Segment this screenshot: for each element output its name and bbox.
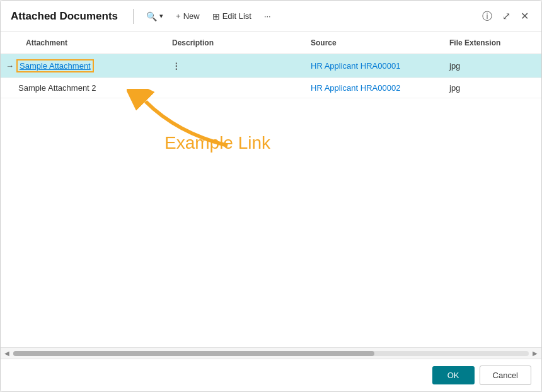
attachment-name: Sample Attachment 2 [18, 83, 96, 93]
new-label: New [183, 11, 200, 21]
dialog-header: Attached Documents 🔍 ▾ + New ⊞ Edit List… [1, 1, 541, 32]
description-cell [164, 78, 303, 98]
expand-button[interactable]: ⤢ [500, 9, 513, 24]
new-button[interactable]: + New [171, 9, 205, 23]
col-description: Description [164, 32, 303, 54]
table-header-row: Attachment Description Source File Exten… [1, 32, 541, 54]
col-source: Source [303, 32, 442, 54]
search-button[interactable]: 🔍 ▾ [141, 9, 168, 24]
edit-list-icon: ⊞ [212, 11, 220, 21]
file-extension-cell: jpg [442, 54, 541, 78]
scrollbar-area[interactable]: ◀ ▶ [1, 347, 541, 359]
more-button[interactable]: ··· [259, 9, 276, 23]
dialog-title: Attached Documents [11, 10, 118, 23]
col-attachment: Attachment [1, 32, 164, 54]
search-icon: 🔍 [146, 11, 157, 21]
attachment-link[interactable]: Sample Attachment [16, 59, 94, 72]
description-cell: ⋮ [164, 54, 303, 78]
dropdown-icon: ▾ [159, 12, 163, 20]
cancel-button[interactable]: Cancel [480, 366, 531, 385]
attached-documents-dialog: Attached Documents 🔍 ▾ + New ⊞ Edit List… [0, 0, 542, 392]
dialog-footer: OK Cancel [1, 359, 541, 391]
source-cell: HR Applicant HRA00001 [303, 54, 442, 78]
table-row[interactable]: →Sample Attachment⋮HR Applicant HRA00001… [1, 54, 541, 78]
table-row[interactable]: Sample Attachment 2HR Applicant HRA00002… [1, 78, 541, 98]
scroll-left-arrow[interactable]: ◀ [3, 350, 11, 357]
scroll-right-arrow[interactable]: ▶ [531, 350, 539, 357]
col-file-extension: File Extension [442, 32, 541, 54]
attachment-cell: Sample Attachment 2 [1, 78, 164, 98]
scrollbar-thumb [13, 351, 374, 356]
header-divider [133, 9, 134, 24]
edit-list-button[interactable]: ⊞ Edit List [207, 9, 257, 24]
row-context-menu[interactable]: ⋮ [172, 61, 181, 71]
scrollbar-track[interactable] [13, 351, 529, 356]
ok-button[interactable]: OK [432, 366, 475, 384]
more-icon: ··· [264, 11, 271, 21]
file-extension-cell: jpg [442, 78, 541, 98]
source-link[interactable]: HR Applicant HRA00002 [311, 83, 400, 93]
dialog-content: Attachment Description Source File Exten… [1, 32, 541, 347]
source-link[interactable]: HR Applicant HRA00001 [311, 61, 400, 71]
table-container[interactable]: Attachment Description Source File Exten… [1, 32, 541, 347]
new-plus-icon: + [176, 11, 181, 21]
source-cell: HR Applicant HRA00002 [303, 78, 442, 98]
close-button[interactable]: ✕ [518, 9, 531, 24]
header-right-actions: ⓘ ⤢ ✕ [480, 9, 531, 24]
edit-list-label: Edit List [222, 11, 251, 21]
attachment-cell: →Sample Attachment [1, 54, 164, 78]
attachments-table: Attachment Description Source File Exten… [1, 32, 541, 98]
info-button[interactable]: ⓘ [480, 9, 495, 24]
header-actions: 🔍 ▾ + New ⊞ Edit List ··· [141, 9, 276, 24]
row-indicator-icon: → [6, 61, 14, 71]
